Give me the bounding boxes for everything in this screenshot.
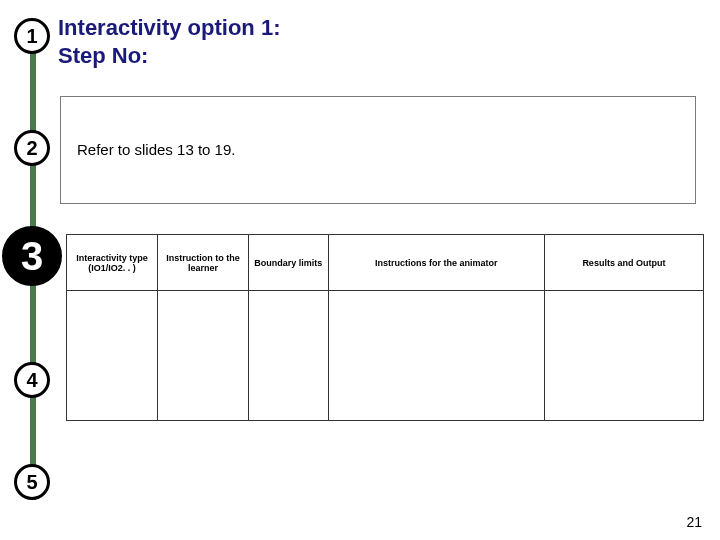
step-number: 5 xyxy=(26,471,37,494)
step-marker-4: 4 xyxy=(14,362,50,398)
cell-instructions-animator xyxy=(328,291,544,421)
step-number: 3 xyxy=(21,234,43,279)
step-marker-2: 2 xyxy=(14,130,50,166)
step-marker-3-current: 3 xyxy=(2,226,62,286)
step-number: 1 xyxy=(26,25,37,48)
cell-boundary-limits xyxy=(249,291,329,421)
header-interactivity-type: Interactivity type (IO1/IO2. . ) xyxy=(67,235,158,291)
refer-text: Refer to slides 13 to 19. xyxy=(77,141,235,158)
slide-number: 21 xyxy=(686,514,702,530)
header-boundary-limits: Boundary limits xyxy=(249,235,329,291)
cell-interactivity-type xyxy=(67,291,158,421)
header-instructions-animator: Instructions for the animator xyxy=(328,235,544,291)
header-instruction-learner: Instruction to the learner xyxy=(158,235,249,291)
interactivity-table: Interactivity type (IO1/IO2. . ) Instruc… xyxy=(66,234,704,421)
title-line-2: Step No: xyxy=(58,42,280,70)
table-row xyxy=(67,291,704,421)
step-marker-1: 1 xyxy=(14,18,50,54)
refer-box: Refer to slides 13 to 19. xyxy=(60,96,696,204)
title-line-1: Interactivity option 1: xyxy=(58,14,280,42)
header-results-output: Results and Output xyxy=(544,235,703,291)
slide-title: Interactivity option 1: Step No: xyxy=(58,14,280,69)
step-number: 2 xyxy=(26,137,37,160)
cell-results-output xyxy=(544,291,703,421)
cell-instruction-learner xyxy=(158,291,249,421)
step-marker-5: 5 xyxy=(14,464,50,500)
step-number: 4 xyxy=(26,369,37,392)
table-header-row: Interactivity type (IO1/IO2. . ) Instruc… xyxy=(67,235,704,291)
